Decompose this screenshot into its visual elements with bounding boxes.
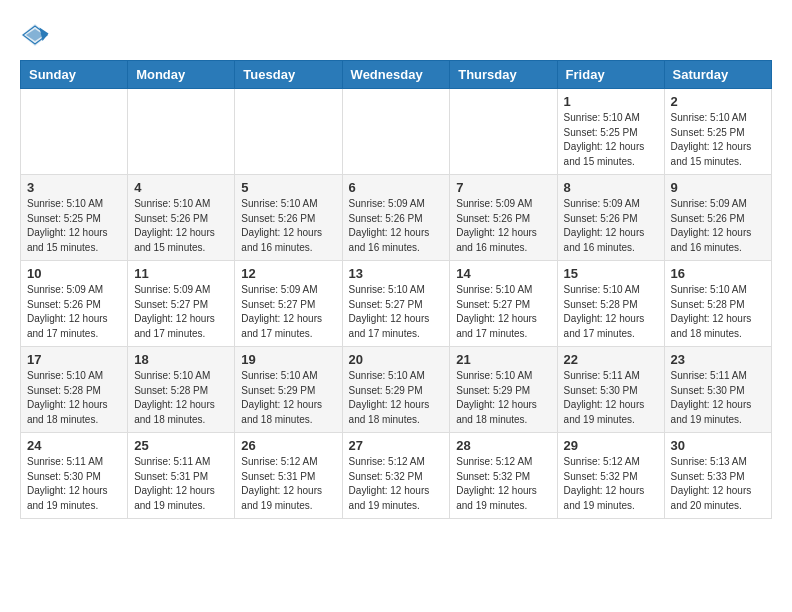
weekday-header-friday: Friday [557,61,664,89]
day-info: Sunrise: 5:10 AM Sunset: 5:28 PM Dayligh… [134,369,228,427]
day-info: Sunrise: 5:09 AM Sunset: 5:26 PM Dayligh… [671,197,765,255]
calendar-week-row: 17Sunrise: 5:10 AM Sunset: 5:28 PM Dayli… [21,347,772,433]
day-info: Sunrise: 5:10 AM Sunset: 5:28 PM Dayligh… [27,369,121,427]
day-number: 3 [27,180,121,195]
calendar-cell: 8Sunrise: 5:09 AM Sunset: 5:26 PM Daylig… [557,175,664,261]
day-number: 16 [671,266,765,281]
day-info: Sunrise: 5:12 AM Sunset: 5:32 PM Dayligh… [456,455,550,513]
calendar-week-row: 3Sunrise: 5:10 AM Sunset: 5:25 PM Daylig… [21,175,772,261]
calendar-cell: 6Sunrise: 5:09 AM Sunset: 5:26 PM Daylig… [342,175,450,261]
day-info: Sunrise: 5:10 AM Sunset: 5:27 PM Dayligh… [456,283,550,341]
day-number: 1 [564,94,658,109]
day-number: 12 [241,266,335,281]
calendar-cell: 23Sunrise: 5:11 AM Sunset: 5:30 PM Dayli… [664,347,771,433]
weekday-header-row: SundayMondayTuesdayWednesdayThursdayFrid… [21,61,772,89]
calendar-cell: 24Sunrise: 5:11 AM Sunset: 5:30 PM Dayli… [21,433,128,519]
calendar-table: SundayMondayTuesdayWednesdayThursdayFrid… [20,60,772,519]
day-number: 2 [671,94,765,109]
day-info: Sunrise: 5:12 AM Sunset: 5:32 PM Dayligh… [564,455,658,513]
calendar-week-row: 1Sunrise: 5:10 AM Sunset: 5:25 PM Daylig… [21,89,772,175]
day-info: Sunrise: 5:09 AM Sunset: 5:26 PM Dayligh… [564,197,658,255]
calendar-cell: 2Sunrise: 5:10 AM Sunset: 5:25 PM Daylig… [664,89,771,175]
day-info: Sunrise: 5:10 AM Sunset: 5:29 PM Dayligh… [349,369,444,427]
day-info: Sunrise: 5:10 AM Sunset: 5:27 PM Dayligh… [349,283,444,341]
calendar-cell: 10Sunrise: 5:09 AM Sunset: 5:26 PM Dayli… [21,261,128,347]
day-number: 24 [27,438,121,453]
day-info: Sunrise: 5:10 AM Sunset: 5:28 PM Dayligh… [564,283,658,341]
calendar-week-row: 10Sunrise: 5:09 AM Sunset: 5:26 PM Dayli… [21,261,772,347]
calendar-cell: 21Sunrise: 5:10 AM Sunset: 5:29 PM Dayli… [450,347,557,433]
calendar-cell: 25Sunrise: 5:11 AM Sunset: 5:31 PM Dayli… [128,433,235,519]
weekday-header-tuesday: Tuesday [235,61,342,89]
day-info: Sunrise: 5:10 AM Sunset: 5:28 PM Dayligh… [671,283,765,341]
day-info: Sunrise: 5:09 AM Sunset: 5:27 PM Dayligh… [134,283,228,341]
day-info: Sunrise: 5:13 AM Sunset: 5:33 PM Dayligh… [671,455,765,513]
calendar-cell: 27Sunrise: 5:12 AM Sunset: 5:32 PM Dayli… [342,433,450,519]
calendar-cell: 26Sunrise: 5:12 AM Sunset: 5:31 PM Dayli… [235,433,342,519]
calendar-cell: 17Sunrise: 5:10 AM Sunset: 5:28 PM Dayli… [21,347,128,433]
day-info: Sunrise: 5:09 AM Sunset: 5:26 PM Dayligh… [349,197,444,255]
calendar-cell: 28Sunrise: 5:12 AM Sunset: 5:32 PM Dayli… [450,433,557,519]
day-number: 10 [27,266,121,281]
calendar-cell: 15Sunrise: 5:10 AM Sunset: 5:28 PM Dayli… [557,261,664,347]
calendar-cell: 19Sunrise: 5:10 AM Sunset: 5:29 PM Dayli… [235,347,342,433]
day-number: 19 [241,352,335,367]
calendar-cell: 11Sunrise: 5:09 AM Sunset: 5:27 PM Dayli… [128,261,235,347]
weekday-header-saturday: Saturday [664,61,771,89]
calendar-cell: 29Sunrise: 5:12 AM Sunset: 5:32 PM Dayli… [557,433,664,519]
calendar-cell: 5Sunrise: 5:10 AM Sunset: 5:26 PM Daylig… [235,175,342,261]
day-number: 8 [564,180,658,195]
calendar-cell: 30Sunrise: 5:13 AM Sunset: 5:33 PM Dayli… [664,433,771,519]
day-number: 27 [349,438,444,453]
day-info: Sunrise: 5:10 AM Sunset: 5:25 PM Dayligh… [564,111,658,169]
day-info: Sunrise: 5:09 AM Sunset: 5:26 PM Dayligh… [456,197,550,255]
day-number: 28 [456,438,550,453]
day-number: 21 [456,352,550,367]
calendar-cell: 9Sunrise: 5:09 AM Sunset: 5:26 PM Daylig… [664,175,771,261]
weekday-header-wednesday: Wednesday [342,61,450,89]
calendar-cell: 13Sunrise: 5:10 AM Sunset: 5:27 PM Dayli… [342,261,450,347]
calendar-cell: 14Sunrise: 5:10 AM Sunset: 5:27 PM Dayli… [450,261,557,347]
day-number: 18 [134,352,228,367]
day-info: Sunrise: 5:11 AM Sunset: 5:31 PM Dayligh… [134,455,228,513]
day-number: 25 [134,438,228,453]
day-info: Sunrise: 5:09 AM Sunset: 5:27 PM Dayligh… [241,283,335,341]
day-info: Sunrise: 5:10 AM Sunset: 5:29 PM Dayligh… [456,369,550,427]
day-number: 29 [564,438,658,453]
logo-icon [20,20,50,50]
calendar-cell: 12Sunrise: 5:09 AM Sunset: 5:27 PM Dayli… [235,261,342,347]
day-number: 17 [27,352,121,367]
day-number: 14 [456,266,550,281]
calendar-cell: 1Sunrise: 5:10 AM Sunset: 5:25 PM Daylig… [557,89,664,175]
day-number: 30 [671,438,765,453]
day-number: 11 [134,266,228,281]
calendar-cell [235,89,342,175]
day-number: 20 [349,352,444,367]
day-info: Sunrise: 5:10 AM Sunset: 5:26 PM Dayligh… [241,197,335,255]
day-info: Sunrise: 5:10 AM Sunset: 5:29 PM Dayligh… [241,369,335,427]
calendar-cell: 16Sunrise: 5:10 AM Sunset: 5:28 PM Dayli… [664,261,771,347]
day-number: 5 [241,180,335,195]
day-number: 13 [349,266,444,281]
day-info: Sunrise: 5:12 AM Sunset: 5:31 PM Dayligh… [241,455,335,513]
calendar-week-row: 24Sunrise: 5:11 AM Sunset: 5:30 PM Dayli… [21,433,772,519]
day-info: Sunrise: 5:09 AM Sunset: 5:26 PM Dayligh… [27,283,121,341]
calendar-cell: 3Sunrise: 5:10 AM Sunset: 5:25 PM Daylig… [21,175,128,261]
calendar-cell [128,89,235,175]
weekday-header-monday: Monday [128,61,235,89]
calendar-cell: 4Sunrise: 5:10 AM Sunset: 5:26 PM Daylig… [128,175,235,261]
day-number: 23 [671,352,765,367]
day-number: 7 [456,180,550,195]
page-header [20,20,772,50]
day-info: Sunrise: 5:12 AM Sunset: 5:32 PM Dayligh… [349,455,444,513]
day-info: Sunrise: 5:11 AM Sunset: 5:30 PM Dayligh… [27,455,121,513]
day-number: 26 [241,438,335,453]
calendar-cell [342,89,450,175]
calendar-cell [450,89,557,175]
day-number: 4 [134,180,228,195]
day-number: 6 [349,180,444,195]
day-info: Sunrise: 5:10 AM Sunset: 5:25 PM Dayligh… [671,111,765,169]
logo [20,20,54,50]
weekday-header-sunday: Sunday [21,61,128,89]
calendar-cell: 7Sunrise: 5:09 AM Sunset: 5:26 PM Daylig… [450,175,557,261]
